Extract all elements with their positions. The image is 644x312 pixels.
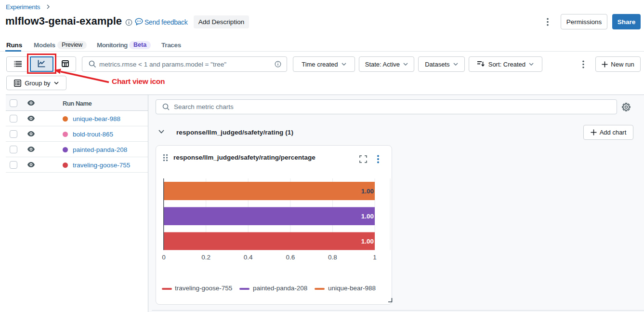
- svg-text:1.00: 1.00: [361, 238, 374, 245]
- svg-text:0.6: 0.6: [286, 254, 295, 261]
- svg-text:0: 0: [162, 254, 166, 261]
- svg-text:1.00: 1.00: [361, 213, 374, 220]
- svg-text:0.4: 0.4: [244, 254, 253, 261]
- svg-text:1.00: 1.00: [361, 188, 374, 195]
- svg-text:0.2: 0.2: [201, 254, 210, 261]
- svg-text:1: 1: [373, 254, 377, 261]
- svg-text:0.8: 0.8: [328, 254, 337, 261]
